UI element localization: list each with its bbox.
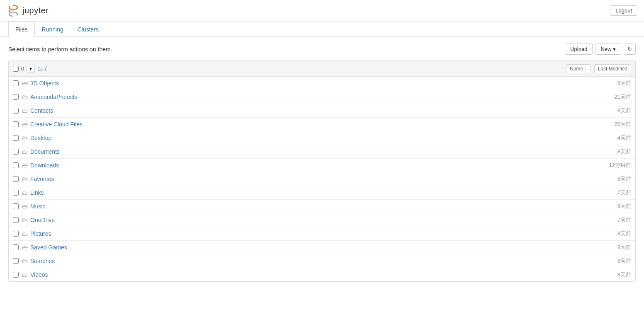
row-checkbox[interactable] [13, 121, 19, 127]
jupyter-logo-icon [7, 4, 20, 17]
folder-icon: 🗁 [22, 135, 28, 141]
file-date: 4天前 [581, 134, 631, 142]
table-row: 🗁 Contacts 8天前 [9, 104, 635, 118]
file-name-link[interactable]: Videos [30, 271, 581, 278]
header-left: 0 ▾ 🗁 / [13, 65, 566, 73]
folder-icon: 🗁 [22, 189, 28, 196]
file-date: 8天前 [581, 230, 631, 237]
file-date: 7天前 [581, 216, 631, 224]
file-name-link[interactable]: OneDrive [30, 217, 581, 223]
folder-icon: 🗁 [22, 217, 28, 223]
item-count-dropdown[interactable]: ▾ [27, 65, 35, 73]
table-row: 🗁 Saved Games 8天前 [9, 241, 635, 254]
sort-by-date-button[interactable]: Last Modified [594, 64, 631, 73]
file-date: 8天前 [581, 244, 631, 251]
row-checkbox[interactable] [13, 244, 19, 250]
file-name-link[interactable]: Searches [30, 258, 581, 264]
file-date: 20天前 [581, 121, 631, 128]
tabs-bar: Files Running Clusters [0, 22, 644, 37]
file-name-link[interactable]: Pictures [30, 230, 581, 237]
file-date: 8天前 [581, 107, 631, 114]
table-row: 🗁 Favorites 8天前 [9, 172, 635, 186]
folder-icon: 🗁 [37, 65, 43, 72]
folder-icon: 🗁 [22, 203, 28, 210]
row-checkbox[interactable] [13, 190, 19, 196]
folder-icon: 🗁 [22, 162, 28, 169]
folder-icon: 🗁 [22, 271, 28, 278]
row-checkbox[interactable] [13, 217, 19, 223]
file-name-link[interactable]: Documents [30, 148, 581, 155]
table-row: 🗁 Creative Cloud Files 20天前 [9, 118, 635, 131]
file-rows: 🗁 3D Objects 8天前 🗁 AnacondaProjects 21天前… [9, 77, 635, 281]
logout-button[interactable]: Logout [610, 5, 637, 16]
table-row: 🗁 OneDrive 7天前 [9, 213, 635, 227]
folder-icon: 🗁 [22, 80, 28, 87]
file-name-link[interactable]: Links [30, 189, 581, 196]
toolbar-right: Upload New ▾ ↻ [565, 44, 636, 55]
refresh-button[interactable]: ↻ [624, 44, 636, 55]
file-name-link[interactable]: Downloads [30, 162, 581, 169]
file-name-link[interactable]: Contacts [30, 107, 581, 114]
file-date: 8天前 [581, 148, 631, 155]
table-row: 🗁 Searches 8天前 [9, 254, 635, 268]
file-date: 8天前 [581, 271, 631, 278]
row-checkbox[interactable] [13, 149, 19, 155]
select-hint: Select items to perform actions on them. [8, 46, 112, 53]
file-list-container: 0 ▾ 🗁 / Name ↓ Last Modified 🗁 3D Object… [8, 60, 636, 282]
file-date: 8天前 [581, 175, 631, 183]
table-row: 🗁 Links 7天前 [9, 186, 635, 200]
row-checkbox[interactable] [13, 80, 19, 86]
file-name-link[interactable]: 3D Objects [30, 80, 581, 87]
new-button[interactable]: New ▾ [595, 44, 621, 55]
row-checkbox[interactable] [13, 258, 19, 264]
table-row: 🗁 Pictures 8天前 [9, 227, 635, 241]
row-checkbox[interactable] [13, 162, 19, 168]
folder-icon: 🗁 [22, 148, 28, 155]
file-name-link[interactable]: Creative Cloud Files [30, 121, 581, 128]
table-row: 🗁 3D Objects 8天前 [9, 77, 635, 90]
folder-icon: 🗁 [22, 230, 28, 237]
main-content: Select items to perform actions on them.… [0, 37, 644, 288]
app-title: jupyter [22, 6, 49, 15]
tab-running[interactable]: Running [35, 22, 70, 37]
folder-icon: 🗁 [22, 121, 28, 128]
folder-icon: 🗁 [22, 176, 28, 182]
row-checkbox[interactable] [13, 272, 19, 278]
file-date: 21天前 [581, 93, 631, 101]
table-row: 🗁 Videos 8天前 [9, 268, 635, 281]
file-name-link[interactable]: Music [30, 203, 581, 210]
tab-clusters[interactable]: Clusters [70, 22, 106, 37]
upload-button[interactable]: Upload [565, 44, 593, 55]
svg-point-2 [9, 10, 11, 12]
file-name-link[interactable]: Saved Games [30, 244, 581, 251]
file-date: 8天前 [581, 257, 631, 265]
file-name-link[interactable]: AnacondaProjects [30, 94, 581, 100]
file-name-link[interactable]: Favorites [30, 176, 581, 182]
folder-icon: 🗁 [22, 244, 28, 251]
file-date: 8天前 [581, 80, 631, 87]
file-list-header: 0 ▾ 🗁 / Name ↓ Last Modified [9, 61, 635, 77]
row-checkbox[interactable] [13, 108, 19, 114]
row-checkbox[interactable] [13, 231, 19, 237]
header-sort-buttons: Name ↓ Last Modified [566, 64, 631, 73]
row-checkbox[interactable] [13, 94, 19, 100]
file-date: 12分钟前 [581, 162, 631, 169]
table-row: 🗁 AnacondaProjects 21天前 [9, 90, 635, 104]
row-checkbox[interactable] [13, 176, 19, 182]
select-all-checkbox[interactable] [13, 66, 19, 72]
toolbar: Select items to perform actions on them.… [8, 44, 636, 55]
file-date: 7天前 [581, 189, 631, 196]
sort-by-name-button[interactable]: Name ↓ [566, 64, 591, 73]
table-row: 🗁 Music 8天前 [9, 200, 635, 213]
svg-point-1 [9, 12, 17, 16]
row-checkbox[interactable] [13, 135, 19, 141]
file-name-link[interactable]: Desktop [30, 135, 581, 141]
folder-icon: 🗁 [22, 94, 28, 100]
row-checkbox[interactable] [13, 203, 19, 209]
current-directory[interactable]: 🗁 / [37, 65, 46, 72]
header: jupyter Logout [0, 0, 644, 22]
table-row: 🗁 Documents 8天前 [9, 145, 635, 159]
folder-icon: 🗁 [22, 107, 28, 114]
svg-point-0 [9, 5, 17, 10]
tab-files[interactable]: Files [8, 22, 35, 37]
